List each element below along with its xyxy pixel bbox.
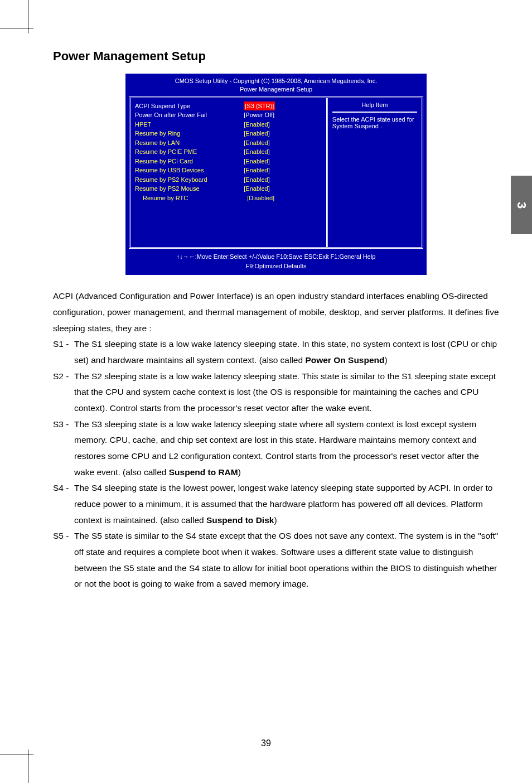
bios-row[interactable]: HPET [Enabled] — [135, 120, 322, 129]
state-label: S1 - — [53, 336, 74, 368]
bios-label: Resume by Ring — [135, 129, 244, 138]
bios-help-title: Help Item — [332, 102, 417, 113]
bios-label: Resume by LAN — [135, 138, 244, 148]
bios-help-pane: Help Item Select the ACPI state used for… — [328, 98, 422, 248]
state-text: The S3 sleeping state is a low wake late… — [74, 417, 499, 481]
bios-row[interactable]: Resume by RTC [Disabled] — [135, 194, 322, 203]
state-s2: S2 - The S2 sleeping state is a low wake… — [53, 369, 499, 417]
bios-label: Power On after Power Fail — [135, 110, 244, 120]
bios-label: Resume by RTC — [135, 194, 247, 203]
bios-row[interactable]: Resume by PS2 Keyboard [Enabled] — [135, 175, 322, 185]
chapter-number: 3 — [514, 201, 529, 208]
page-content: Power Management Setup CMOS Setup Utilit… — [53, 49, 499, 592]
bios-label: Resume by USB Devices — [135, 166, 244, 175]
state-s5: S5 - The S5 state is similar to the S4 s… — [53, 528, 499, 592]
bios-footer: ↑↓→←:Move Enter:Select +/-/:Value F10:Sa… — [125, 249, 427, 275]
bios-body: ACPI Suspend Type [S3 (STR)] Power On af… — [129, 96, 423, 249]
crop-mark-top-left — [0, 0, 33, 33]
bios-help-body: Select the ACPI state used for System Su… — [332, 116, 417, 129]
state-s4: S4 - The S4 sleeping state is the lowest… — [53, 480, 499, 528]
bios-value: [Enabled] — [244, 120, 322, 129]
bios-row[interactable]: ACPI Suspend Type [S3 (STR)] — [135, 102, 322, 111]
state-text: The S2 sleeping state is a low wake late… — [74, 369, 499, 417]
body-text: ACPI (Advanced Configuration and Power I… — [53, 288, 499, 592]
state-s3: S3 - The S3 sleeping state is a low wake… — [53, 417, 499, 481]
bios-value: [Enabled] — [244, 184, 322, 194]
bios-header-line2: Power Management Setup — [125, 85, 427, 94]
state-label: S5 - — [53, 528, 74, 592]
page-number: 39 — [0, 738, 532, 748]
bios-value: [Disabled] — [247, 194, 322, 203]
state-s1: S1 - The S1 sleeping state is a low wake… — [53, 336, 499, 368]
bios-settings-list: ACPI Suspend Type [S3 (STR)] Power On af… — [130, 98, 328, 248]
bios-row[interactable]: Resume by PCIE PME [Enabled] — [135, 147, 322, 157]
bios-label: HPET — [135, 120, 244, 129]
bios-footer-line2: F9:Optimized Defaults — [125, 262, 427, 271]
bios-value: [Enabled] — [244, 138, 322, 148]
section-title: Power Management Setup — [53, 49, 499, 64]
bios-value: [Power Off] — [244, 110, 322, 120]
bios-value: [Enabled] — [244, 129, 322, 138]
bios-row[interactable]: Power On after Power Fail [Power Off] — [135, 110, 322, 120]
bios-row[interactable]: Resume by Ring [Enabled] — [135, 129, 322, 138]
chapter-side-tab: 3 — [511, 176, 532, 234]
state-label: S2 - — [53, 369, 74, 417]
bios-value: [Enabled] — [244, 175, 322, 185]
intro-paragraph: ACPI (Advanced Configuration and Power I… — [53, 288, 499, 336]
state-label: S3 - — [53, 417, 74, 481]
bios-header-line1: CMOS Setup Utility - Copyright (C) 1985-… — [125, 77, 427, 85]
state-text: The S4 sleeping state is the lowest powe… — [74, 480, 499, 528]
bios-label: Resume by PS2 Keyboard — [135, 175, 244, 185]
bios-footer-line1: ↑↓→←:Move Enter:Select +/-/:Value F10:Sa… — [125, 252, 427, 262]
bios-value: [S3 (STR)] — [244, 102, 322, 111]
bios-label: Resume by PS2 Mouse — [135, 184, 244, 194]
bios-value: [Enabled] — [244, 166, 322, 175]
bios-label: Resume by PCI Card — [135, 157, 244, 166]
bios-value: [Enabled] — [244, 157, 322, 166]
bios-panel: CMOS Setup Utility - Copyright (C) 1985-… — [125, 74, 427, 275]
state-text: The S1 sleeping state is a low wake late… — [74, 336, 499, 368]
crop-mark-bottom-left — [0, 750, 33, 783]
state-text: The S5 state is similar to the S4 state … — [74, 528, 499, 592]
bios-row[interactable]: Resume by LAN [Enabled] — [135, 138, 322, 148]
state-label: S4 - — [53, 480, 74, 528]
bios-value: [Enabled] — [244, 147, 322, 157]
bios-row[interactable]: Resume by USB Devices [Enabled] — [135, 166, 322, 175]
bios-row[interactable]: Resume by PS2 Mouse [Enabled] — [135, 184, 322, 194]
bios-selected-value: [S3 (STR)] — [244, 102, 275, 111]
bios-header: CMOS Setup Utility - Copyright (C) 1985-… — [125, 74, 427, 96]
bios-label: Resume by PCIE PME — [135, 147, 244, 157]
bios-row[interactable]: Resume by PCI Card [Enabled] — [135, 157, 322, 166]
bios-label: ACPI Suspend Type — [135, 102, 244, 111]
